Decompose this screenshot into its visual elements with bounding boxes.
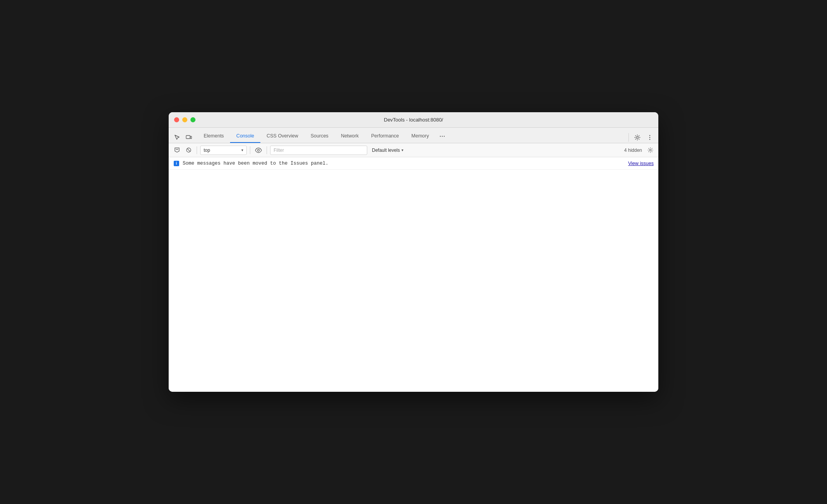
svg-rect-0 [186,136,190,139]
svg-point-14 [649,149,651,151]
tabs: Elements Console CSS Overview Sources Ne… [197,130,627,143]
tab-performance[interactable]: Performance [365,130,405,143]
console-settings-button[interactable] [645,145,655,155]
inspect-element-button[interactable] [172,132,183,143]
settings-button[interactable] [632,132,643,143]
toolbar-separator-3 [267,146,267,154]
tab-sources[interactable]: Sources [304,130,335,143]
filter-input[interactable] [270,146,367,155]
context-selector-text: top [204,148,239,153]
tab-network[interactable]: Network [335,130,365,143]
clear-console-button[interactable] [172,145,182,155]
tab-bar-right-controls [627,132,655,143]
svg-point-4 [443,136,444,137]
svg-rect-1 [190,136,192,139]
context-selector[interactable]: top ▾ [200,146,247,155]
window-title: DevTools - localhost:8080/ [384,117,443,123]
tab-bar-left-controls [172,132,194,143]
block-message-button[interactable] [183,145,194,155]
info-icon: i [173,160,180,167]
chevron-down-icon: ▾ [241,148,243,152]
console-toolbar: top ▾ Default levels ▾ 4 hidden [169,143,658,157]
svg-point-2 [440,136,440,137]
maximize-button[interactable] [190,117,195,122]
svg-point-13 [258,149,260,151]
minimize-button[interactable] [182,117,187,122]
title-bar: DevTools - localhost:8080/ [169,112,658,128]
close-button[interactable] [174,117,179,122]
live-expressions-button[interactable] [253,145,263,155]
svg-point-8 [649,139,651,140]
svg-line-12 [187,149,190,152]
divider [628,133,629,142]
svg-point-7 [649,137,651,138]
toolbar-separator-2 [250,146,250,154]
svg-point-3 [441,136,442,137]
more-options-button[interactable] [644,132,655,143]
view-issues-link[interactable]: View issues [628,161,654,166]
hidden-count: 4 hidden [624,148,642,153]
more-tabs-button[interactable] [437,131,448,142]
tab-elements[interactable]: Elements [197,130,230,143]
devtools-window: DevTools - localhost:8080/ Elements Cons [169,112,658,392]
console-message: i Some messages have been moved to the I… [169,157,658,170]
toolbar-separator-1 [197,146,197,154]
tab-css-overview[interactable]: CSS Overview [260,130,304,143]
levels-selector[interactable]: Default levels ▾ [369,146,407,155]
console-message-text: Some messages have been moved to the Iss… [183,161,623,166]
tab-console[interactable]: Console [230,130,260,143]
svg-marker-9 [175,148,179,152]
tab-memory[interactable]: Memory [405,130,435,143]
svg-point-6 [649,135,651,136]
console-content: i Some messages have been moved to the I… [169,157,658,392]
svg-point-5 [637,137,639,139]
tab-bar: Elements Console CSS Overview Sources Ne… [169,128,658,143]
levels-arrow-icon: ▾ [401,148,403,152]
levels-label: Default levels [372,148,400,153]
device-toolbar-button[interactable] [183,132,194,143]
traffic-lights [174,117,195,122]
toolbar-right: 4 hidden [624,145,655,155]
